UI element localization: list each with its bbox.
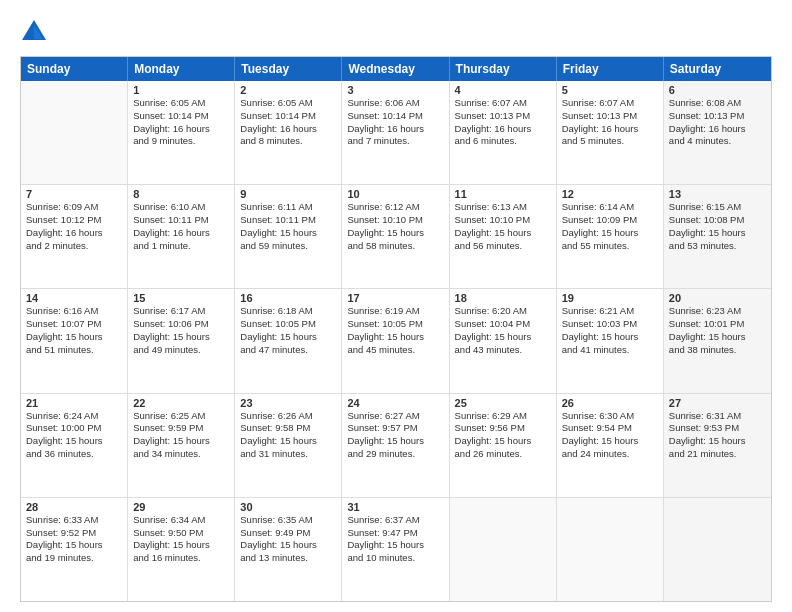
cell-line: Sunset: 10:11 PM <box>133 214 229 227</box>
cell-line: Sunset: 9:47 PM <box>347 527 443 540</box>
day-number: 26 <box>562 397 658 409</box>
weekday-header: Sunday <box>21 57 128 81</box>
calendar-cell: 24Sunrise: 6:27 AMSunset: 9:57 PMDayligh… <box>342 394 449 497</box>
calendar-cell: 28Sunrise: 6:33 AMSunset: 9:52 PMDayligh… <box>21 498 128 601</box>
calendar-cell: 20Sunrise: 6:23 AMSunset: 10:01 PMDaylig… <box>664 289 771 392</box>
day-number: 11 <box>455 188 551 200</box>
day-number: 17 <box>347 292 443 304</box>
cell-line: Sunrise: 6:24 AM <box>26 410 122 423</box>
cell-line: Daylight: 16 hours <box>240 123 336 136</box>
calendar-cell: 8Sunrise: 6:10 AMSunset: 10:11 PMDayligh… <box>128 185 235 288</box>
calendar-cell: 15Sunrise: 6:17 AMSunset: 10:06 PMDaylig… <box>128 289 235 392</box>
calendar-cell: 4Sunrise: 6:07 AMSunset: 10:13 PMDayligh… <box>450 81 557 184</box>
calendar-cell: 27Sunrise: 6:31 AMSunset: 9:53 PMDayligh… <box>664 394 771 497</box>
cell-line: Daylight: 15 hours <box>133 539 229 552</box>
cell-line: Sunrise: 6:31 AM <box>669 410 766 423</box>
calendar-row: 7Sunrise: 6:09 AMSunset: 10:12 PMDayligh… <box>21 185 771 289</box>
cell-line: and 4 minutes. <box>669 135 766 148</box>
cell-line: Daylight: 16 hours <box>562 123 658 136</box>
cell-line: Sunrise: 6:21 AM <box>562 305 658 318</box>
day-number: 14 <box>26 292 122 304</box>
logo-icon <box>20 18 48 46</box>
cell-line: and 1 minute. <box>133 240 229 253</box>
cell-line: Daylight: 15 hours <box>133 435 229 448</box>
day-number: 23 <box>240 397 336 409</box>
cell-line: Sunrise: 6:37 AM <box>347 514 443 527</box>
cell-line: Sunrise: 6:10 AM <box>133 201 229 214</box>
cell-line: and 58 minutes. <box>347 240 443 253</box>
calendar-cell: 29Sunrise: 6:34 AMSunset: 9:50 PMDayligh… <box>128 498 235 601</box>
weekday-header: Tuesday <box>235 57 342 81</box>
calendar-cell: 21Sunrise: 6:24 AMSunset: 10:00 PMDaylig… <box>21 394 128 497</box>
calendar-row: 21Sunrise: 6:24 AMSunset: 10:00 PMDaylig… <box>21 394 771 498</box>
cell-line: Daylight: 15 hours <box>455 435 551 448</box>
cell-line: Sunset: 9:57 PM <box>347 422 443 435</box>
cell-line: and 36 minutes. <box>26 448 122 461</box>
cell-line: Sunrise: 6:12 AM <box>347 201 443 214</box>
cell-line: Sunrise: 6:34 AM <box>133 514 229 527</box>
cell-line: Daylight: 15 hours <box>669 435 766 448</box>
cell-line: Daylight: 15 hours <box>347 331 443 344</box>
day-number: 28 <box>26 501 122 513</box>
calendar-cell: 14Sunrise: 6:16 AMSunset: 10:07 PMDaylig… <box>21 289 128 392</box>
cell-line: Sunrise: 6:25 AM <box>133 410 229 423</box>
cell-line: Daylight: 15 hours <box>240 331 336 344</box>
calendar-cell: 2Sunrise: 6:05 AMSunset: 10:14 PMDayligh… <box>235 81 342 184</box>
day-number: 21 <box>26 397 122 409</box>
day-number: 16 <box>240 292 336 304</box>
calendar-cell: 25Sunrise: 6:29 AMSunset: 9:56 PMDayligh… <box>450 394 557 497</box>
calendar-cell: 10Sunrise: 6:12 AMSunset: 10:10 PMDaylig… <box>342 185 449 288</box>
calendar-cell: 31Sunrise: 6:37 AMSunset: 9:47 PMDayligh… <box>342 498 449 601</box>
cell-line: Sunset: 9:52 PM <box>26 527 122 540</box>
cell-line: Daylight: 16 hours <box>347 123 443 136</box>
day-number: 4 <box>455 84 551 96</box>
cell-line: and 24 minutes. <box>562 448 658 461</box>
weekday-header: Thursday <box>450 57 557 81</box>
cell-line: Daylight: 15 hours <box>455 227 551 240</box>
calendar-cell <box>664 498 771 601</box>
cell-line: Sunset: 10:04 PM <box>455 318 551 331</box>
calendar-row: 28Sunrise: 6:33 AMSunset: 9:52 PMDayligh… <box>21 498 771 601</box>
cell-line: Daylight: 16 hours <box>133 123 229 136</box>
day-number: 9 <box>240 188 336 200</box>
cell-line: Sunrise: 6:05 AM <box>240 97 336 110</box>
day-number: 18 <box>455 292 551 304</box>
page: SundayMondayTuesdayWednesdayThursdayFrid… <box>0 0 792 612</box>
cell-line: Sunset: 9:56 PM <box>455 422 551 435</box>
cell-line: Sunset: 9:54 PM <box>562 422 658 435</box>
cell-line: and 8 minutes. <box>240 135 336 148</box>
calendar-cell: 1Sunrise: 6:05 AMSunset: 10:14 PMDayligh… <box>128 81 235 184</box>
cell-line: Daylight: 15 hours <box>240 539 336 552</box>
cell-line: and 31 minutes. <box>240 448 336 461</box>
cell-line: and 56 minutes. <box>455 240 551 253</box>
cell-line: Daylight: 16 hours <box>669 123 766 136</box>
calendar-cell <box>450 498 557 601</box>
weekday-header: Friday <box>557 57 664 81</box>
cell-line: Sunset: 9:53 PM <box>669 422 766 435</box>
cell-line: Daylight: 15 hours <box>562 331 658 344</box>
cell-line: Sunset: 9:49 PM <box>240 527 336 540</box>
cell-line: and 16 minutes. <box>133 552 229 565</box>
calendar-row: 14Sunrise: 6:16 AMSunset: 10:07 PMDaylig… <box>21 289 771 393</box>
weekday-header: Monday <box>128 57 235 81</box>
cell-line: Daylight: 16 hours <box>455 123 551 136</box>
cell-line: and 10 minutes. <box>347 552 443 565</box>
cell-line: Sunset: 10:05 PM <box>347 318 443 331</box>
cell-line: Sunset: 10:14 PM <box>347 110 443 123</box>
calendar: SundayMondayTuesdayWednesdayThursdayFrid… <box>20 56 772 602</box>
cell-line: Sunset: 10:07 PM <box>26 318 122 331</box>
calendar-cell: 19Sunrise: 6:21 AMSunset: 10:03 PMDaylig… <box>557 289 664 392</box>
cell-line: Sunrise: 6:15 AM <box>669 201 766 214</box>
cell-line: Daylight: 15 hours <box>669 227 766 240</box>
cell-line: Daylight: 15 hours <box>347 435 443 448</box>
cell-line: Daylight: 15 hours <box>26 435 122 448</box>
cell-line: and 49 minutes. <box>133 344 229 357</box>
cell-line: and 43 minutes. <box>455 344 551 357</box>
cell-line: Sunrise: 6:16 AM <box>26 305 122 318</box>
calendar-cell: 12Sunrise: 6:14 AMSunset: 10:09 PMDaylig… <box>557 185 664 288</box>
weekday-header: Wednesday <box>342 57 449 81</box>
cell-line: and 21 minutes. <box>669 448 766 461</box>
cell-line: Sunrise: 6:11 AM <box>240 201 336 214</box>
calendar-cell: 3Sunrise: 6:06 AMSunset: 10:14 PMDayligh… <box>342 81 449 184</box>
cell-line: and 13 minutes. <box>240 552 336 565</box>
